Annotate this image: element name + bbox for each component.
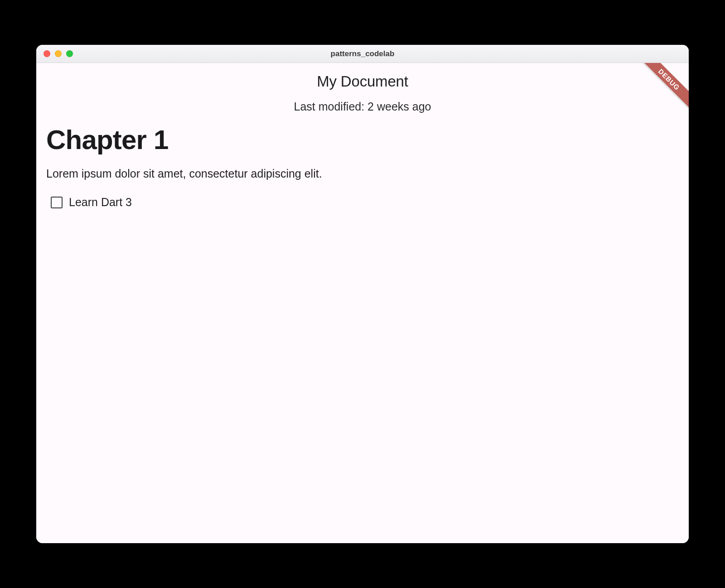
last-modified-label: Last modified: 2 weeks ago bbox=[36, 100, 689, 113]
titlebar: patterns_codelab bbox=[36, 45, 689, 63]
maximize-icon[interactable] bbox=[66, 50, 73, 57]
app-content: DEBUG My Document Last modified: 2 weeks… bbox=[36, 63, 689, 543]
window-controls bbox=[44, 50, 73, 57]
checkbox-label: Learn Dart 3 bbox=[69, 196, 132, 209]
minimize-icon[interactable] bbox=[55, 50, 62, 57]
page-title: My Document bbox=[36, 73, 689, 90]
app-window: patterns_codelab DEBUG My Document Last … bbox=[36, 45, 689, 543]
document-body: Chapter 1 Lorem ipsum dolor sit amet, co… bbox=[36, 113, 689, 209]
paragraph-text: Lorem ipsum dolor sit amet, consectetur … bbox=[46, 167, 679, 180]
close-icon[interactable] bbox=[44, 50, 50, 57]
window-title: patterns_codelab bbox=[331, 49, 395, 58]
checkbox-icon[interactable] bbox=[51, 197, 63, 208]
document-header: My Document Last modified: 2 weeks ago bbox=[36, 63, 689, 113]
chapter-heading: Chapter 1 bbox=[46, 124, 679, 155]
checkbox-item[interactable]: Learn Dart 3 bbox=[46, 196, 679, 209]
